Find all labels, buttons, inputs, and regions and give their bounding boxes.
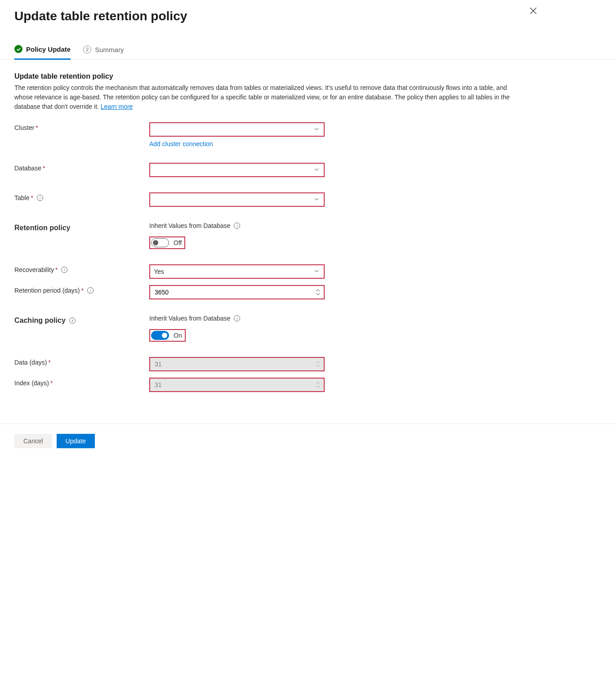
label-col: Retention period (days)* i: [14, 285, 149, 294]
label-col: Data (days)*: [14, 357, 149, 366]
chevron-down-icon: [314, 268, 319, 275]
checkmark-icon: [14, 45, 22, 53]
label-col: Caching policy i: [14, 315, 149, 325]
tab-policy-update[interactable]: Policy Update: [14, 41, 71, 60]
spinner-buttons[interactable]: [316, 287, 322, 298]
label-col: Retention policy: [14, 222, 149, 232]
input-col: Inherit Values from Database i Off: [149, 222, 240, 249]
footer-actions: Cancel Update: [0, 424, 616, 458]
input-col: Inherit Values from Database i On: [149, 315, 240, 342]
section-retention: Retention policy Inherit Values from Dat…: [14, 222, 525, 249]
recoverability-label: Recoverability*: [14, 266, 58, 273]
database-select[interactable]: [149, 163, 325, 177]
input-col: [149, 192, 325, 207]
index-days-field: [154, 381, 320, 389]
info-icon[interactable]: i: [37, 195, 43, 201]
tab-summary[interactable]: 2 Summary: [83, 41, 124, 59]
index-days-label: Index (days)*: [14, 379, 53, 387]
tab-label: Summary: [95, 46, 124, 53]
label-col: Recoverability* i: [14, 264, 149, 273]
field-data-days: Data (days)*: [14, 357, 525, 371]
input-col: Yes: [149, 264, 325, 279]
close-icon: [529, 7, 537, 15]
input-col: Add cluster connection: [149, 122, 325, 147]
close-button[interactable]: [527, 4, 540, 17]
spinner-buttons: [316, 379, 322, 390]
caching-heading: Caching policy i: [14, 317, 76, 325]
page-root: Update table retention policy Policy Upd…: [0, 0, 616, 458]
field-database: Database*: [14, 163, 525, 177]
chevron-down-icon: [314, 196, 319, 203]
table-label: Table*: [14, 194, 33, 201]
toggle-state-label: Off: [174, 239, 182, 246]
add-cluster-link[interactable]: Add cluster connection: [149, 140, 325, 147]
label-col: Table* i: [14, 192, 149, 201]
field-cluster: Cluster* Add cluster connection: [14, 122, 525, 147]
page-title: Update table retention policy: [14, 9, 602, 23]
inherit-label-row: Inherit Values from Database i: [149, 222, 240, 229]
cluster-label: Cluster*: [14, 124, 38, 131]
chevron-up-icon: [316, 382, 320, 384]
field-table: Table* i: [14, 192, 525, 207]
field-index-days: Index (days)*: [14, 378, 525, 392]
input-col: [149, 357, 325, 371]
tab-label: Policy Update: [26, 45, 71, 53]
cluster-select[interactable]: [149, 122, 325, 137]
input-col: [149, 378, 325, 392]
chevron-up-icon: [316, 289, 320, 292]
info-icon[interactable]: i: [234, 223, 240, 229]
info-icon[interactable]: i: [69, 317, 76, 324]
cancel-button[interactable]: Cancel: [14, 434, 52, 448]
recoverability-select[interactable]: Yes: [149, 264, 325, 279]
retention-period-label: Retention period (days)*: [14, 287, 84, 294]
panel-header: Update table retention policy: [0, 0, 616, 23]
database-label: Database*: [14, 165, 45, 172]
chevron-up-icon: [316, 361, 320, 364]
chevron-down-icon: [314, 166, 319, 174]
spinner-buttons: [316, 359, 322, 370]
chevron-down-icon: [316, 293, 320, 295]
section-caching: Caching policy i Inherit Values from Dat…: [14, 315, 525, 342]
input-col: [149, 285, 325, 299]
toggle-state-label: On: [174, 332, 182, 339]
inherit-retention-toggle-row: Off: [149, 236, 185, 249]
field-recoverability: Recoverability* i Yes: [14, 264, 525, 279]
retention-heading: Retention policy: [14, 224, 70, 232]
form-content: Update table retention policy The retent…: [0, 60, 540, 422]
data-days-label: Data (days)*: [14, 359, 51, 366]
inherit-caching-toggle-row: On: [149, 329, 186, 342]
info-icon[interactable]: i: [61, 267, 67, 273]
chevron-down-icon: [316, 365, 320, 367]
step-tabs: Policy Update 2 Summary: [0, 41, 616, 60]
retention-period-field[interactable]: [154, 288, 320, 296]
label-col: Database*: [14, 163, 149, 172]
chevron-down-icon: [316, 385, 320, 388]
description-text: The retention policy controls the mechan…: [14, 84, 509, 110]
inherit-caching-toggle[interactable]: [151, 331, 169, 340]
step-number-icon: 2: [83, 45, 91, 53]
input-col: [149, 163, 325, 177]
chevron-down-icon: [314, 126, 319, 133]
section-heading: Update table retention policy: [14, 72, 525, 80]
inherit-retention-label: Inherit Values from Database: [149, 222, 230, 229]
index-days-input: [149, 378, 325, 392]
data-days-input: [149, 357, 325, 371]
learn-more-link[interactable]: Learn more: [101, 103, 133, 110]
info-icon[interactable]: i: [234, 315, 240, 321]
section-description: The retention policy controls the mechan…: [14, 83, 518, 111]
label-col: Index (days)*: [14, 378, 149, 387]
label-col: Cluster*: [14, 122, 149, 131]
data-days-field: [154, 360, 320, 368]
recoverability-value: Yes: [154, 268, 164, 275]
field-retention-period: Retention period (days)* i: [14, 285, 525, 299]
retention-period-input[interactable]: [149, 285, 325, 299]
inherit-label-row: Inherit Values from Database i: [149, 315, 240, 322]
inherit-caching-label: Inherit Values from Database: [149, 315, 230, 322]
info-icon[interactable]: i: [87, 287, 94, 294]
update-button[interactable]: Update: [57, 434, 95, 448]
inherit-retention-toggle[interactable]: [151, 238, 169, 247]
table-select[interactable]: [149, 192, 325, 207]
